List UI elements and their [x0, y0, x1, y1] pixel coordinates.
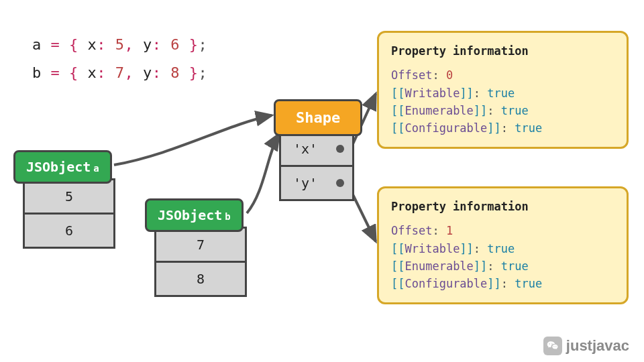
code-line-b: b = { x: 7, y: 8 };: [32, 64, 207, 81]
jsobject-b: JSObjectb 7 8: [145, 198, 247, 297]
shape-slot-y: 'y': [281, 167, 352, 199]
jsobject-a: JSObjecta 5 6: [13, 150, 115, 249]
watermark: justjavac: [543, 337, 629, 355]
jsobject-a-header: JSObjecta: [13, 150, 112, 184]
property-info-x: Property information Offset: 0 [[Writabl…: [377, 31, 629, 149]
connector-dot-icon: [336, 179, 344, 187]
shape-slot-x: 'x': [281, 133, 352, 167]
property-info-title: Property information: [391, 42, 614, 60]
jsobject-a-val0: 5: [25, 180, 113, 215]
jsobject-b-header: JSObjectb: [145, 198, 244, 232]
property-info-y: Property information Offset: 1 [[Writabl…: [377, 186, 629, 304]
connector-dot-icon: [336, 145, 344, 153]
property-info-title: Property information: [391, 198, 614, 215]
jsobject-a-val1: 6: [25, 215, 113, 247]
shape-header: Shape: [274, 99, 362, 136]
jsobject-b-val0: 7: [156, 229, 245, 263]
shape-box: Shape 'x' 'y': [274, 99, 362, 201]
code-line-a: a = { x: 5, y: 6 };: [32, 36, 207, 53]
wechat-icon: [543, 337, 562, 355]
jsobject-b-val1: 8: [156, 263, 245, 295]
